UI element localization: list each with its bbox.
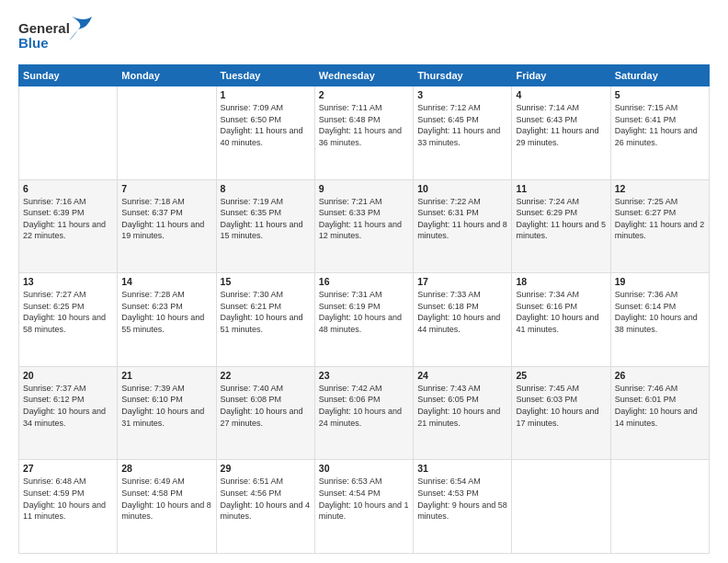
svg-text:Blue: Blue bbox=[18, 35, 49, 51]
calendar-cell: 27Sunrise: 6:48 AMSunset: 4:59 PMDayligh… bbox=[19, 460, 118, 554]
cell-sun-info: Sunrise: 7:18 AMSunset: 6:37 PMDaylight:… bbox=[121, 196, 211, 242]
cell-sun-info: Sunrise: 6:48 AMSunset: 4:59 PMDaylight:… bbox=[23, 476, 113, 522]
calendar-table: SundayMondayTuesdayWednesdayThursdayFrid… bbox=[18, 64, 710, 554]
calendar-cell: 17Sunrise: 7:33 AMSunset: 6:18 PMDayligh… bbox=[414, 273, 512, 367]
calendar-cell: 18Sunrise: 7:34 AMSunset: 6:16 PMDayligh… bbox=[512, 273, 610, 367]
calendar-cell: 3Sunrise: 7:12 AMSunset: 6:45 PMDaylight… bbox=[414, 86, 512, 180]
day-number: 23 bbox=[319, 370, 409, 381]
calendar-cell: 26Sunrise: 7:46 AMSunset: 6:01 PMDayligh… bbox=[610, 366, 709, 460]
day-number: 6 bbox=[23, 183, 113, 194]
weekday-header-row: SundayMondayTuesdayWednesdayThursdayFrid… bbox=[19, 65, 710, 86]
day-number: 31 bbox=[417, 463, 507, 474]
day-number: 26 bbox=[615, 370, 705, 381]
calendar-cell: 5Sunrise: 7:15 AMSunset: 6:41 PMDaylight… bbox=[610, 86, 709, 180]
calendar-cell: 14Sunrise: 7:28 AMSunset: 6:23 PMDayligh… bbox=[118, 273, 216, 367]
cell-sun-info: Sunrise: 6:49 AMSunset: 4:58 PMDaylight:… bbox=[121, 476, 211, 522]
cell-sun-info: Sunrise: 7:40 AMSunset: 6:08 PMDaylight:… bbox=[221, 383, 311, 429]
calendar-cell: 6Sunrise: 7:16 AMSunset: 6:39 PMDaylight… bbox=[19, 179, 118, 273]
weekday-header-friday: Friday bbox=[512, 65, 610, 86]
day-number: 8 bbox=[221, 183, 311, 194]
calendar-cell: 13Sunrise: 7:27 AMSunset: 6:25 PMDayligh… bbox=[19, 273, 118, 367]
cell-sun-info: Sunrise: 7:39 AMSunset: 6:10 PMDaylight:… bbox=[121, 383, 211, 429]
cell-sun-info: Sunrise: 7:11 AMSunset: 6:48 PMDaylight:… bbox=[319, 102, 409, 148]
svg-text:General: General bbox=[18, 20, 70, 36]
day-number: 11 bbox=[516, 183, 606, 194]
weekday-header-sunday: Sunday bbox=[19, 65, 118, 86]
day-number: 30 bbox=[319, 463, 409, 474]
calendar-cell: 22Sunrise: 7:40 AMSunset: 6:08 PMDayligh… bbox=[216, 366, 314, 460]
cell-sun-info: Sunrise: 7:14 AMSunset: 6:43 PMDaylight:… bbox=[516, 102, 606, 148]
calendar-week-row: 20Sunrise: 7:37 AMSunset: 6:12 PMDayligh… bbox=[19, 366, 710, 460]
day-number: 2 bbox=[319, 89, 409, 100]
logo: General Blue bbox=[18, 15, 101, 55]
cell-sun-info: Sunrise: 7:22 AMSunset: 6:31 PMDaylight:… bbox=[417, 196, 507, 242]
day-number: 5 bbox=[615, 89, 705, 100]
calendar-cell bbox=[610, 460, 709, 554]
calendar-week-row: 27Sunrise: 6:48 AMSunset: 4:59 PMDayligh… bbox=[19, 460, 710, 554]
day-number: 24 bbox=[417, 370, 507, 381]
calendar-cell: 10Sunrise: 7:22 AMSunset: 6:31 PMDayligh… bbox=[414, 179, 512, 273]
day-number: 27 bbox=[23, 463, 113, 474]
cell-sun-info: Sunrise: 7:42 AMSunset: 6:06 PMDaylight:… bbox=[319, 383, 409, 429]
weekday-header-thursday: Thursday bbox=[414, 65, 512, 86]
cell-sun-info: Sunrise: 7:24 AMSunset: 6:29 PMDaylight:… bbox=[516, 196, 606, 242]
calendar-cell: 21Sunrise: 7:39 AMSunset: 6:10 PMDayligh… bbox=[118, 366, 216, 460]
cell-sun-info: Sunrise: 7:15 AMSunset: 6:41 PMDaylight:… bbox=[615, 102, 705, 148]
cell-sun-info: Sunrise: 7:34 AMSunset: 6:16 PMDaylight:… bbox=[516, 289, 606, 335]
calendar-cell: 8Sunrise: 7:19 AMSunset: 6:35 PMDaylight… bbox=[216, 179, 314, 273]
day-number: 15 bbox=[221, 276, 311, 287]
calendar-cell: 30Sunrise: 6:53 AMSunset: 4:54 PMDayligh… bbox=[314, 460, 413, 554]
calendar-week-row: 6Sunrise: 7:16 AMSunset: 6:39 PMDaylight… bbox=[19, 179, 710, 273]
calendar-cell: 23Sunrise: 7:42 AMSunset: 6:06 PMDayligh… bbox=[314, 366, 413, 460]
calendar-cell: 25Sunrise: 7:45 AMSunset: 6:03 PMDayligh… bbox=[512, 366, 610, 460]
cell-sun-info: Sunrise: 7:45 AMSunset: 6:03 PMDaylight:… bbox=[516, 383, 606, 429]
cell-sun-info: Sunrise: 7:43 AMSunset: 6:05 PMDaylight:… bbox=[417, 383, 507, 429]
calendar-cell: 20Sunrise: 7:37 AMSunset: 6:12 PMDayligh… bbox=[19, 366, 118, 460]
weekday-header-tuesday: Tuesday bbox=[216, 65, 314, 86]
day-number: 29 bbox=[221, 463, 311, 474]
cell-sun-info: Sunrise: 7:16 AMSunset: 6:39 PMDaylight:… bbox=[23, 196, 113, 242]
cell-sun-info: Sunrise: 6:54 AMSunset: 4:53 PMDaylight:… bbox=[417, 476, 507, 522]
day-number: 1 bbox=[221, 89, 311, 100]
cell-sun-info: Sunrise: 6:53 AMSunset: 4:54 PMDaylight:… bbox=[319, 476, 409, 522]
day-number: 17 bbox=[417, 276, 507, 287]
cell-sun-info: Sunrise: 7:28 AMSunset: 6:23 PMDaylight:… bbox=[121, 289, 211, 335]
day-number: 12 bbox=[615, 183, 705, 194]
cell-sun-info: Sunrise: 7:37 AMSunset: 6:12 PMDaylight:… bbox=[23, 383, 113, 429]
day-number: 14 bbox=[121, 276, 211, 287]
calendar-cell: 19Sunrise: 7:36 AMSunset: 6:14 PMDayligh… bbox=[610, 273, 709, 367]
cell-sun-info: Sunrise: 6:51 AMSunset: 4:56 PMDaylight:… bbox=[221, 476, 311, 522]
day-number: 9 bbox=[319, 183, 409, 194]
calendar-cell bbox=[19, 86, 118, 180]
cell-sun-info: Sunrise: 7:46 AMSunset: 6:01 PMDaylight:… bbox=[615, 383, 705, 429]
day-number: 18 bbox=[516, 276, 606, 287]
calendar-cell: 29Sunrise: 6:51 AMSunset: 4:56 PMDayligh… bbox=[216, 460, 314, 554]
cell-sun-info: Sunrise: 7:27 AMSunset: 6:25 PMDaylight:… bbox=[23, 289, 113, 335]
cell-sun-info: Sunrise: 7:12 AMSunset: 6:45 PMDaylight:… bbox=[417, 102, 507, 148]
day-number: 21 bbox=[121, 370, 211, 381]
calendar-cell: 15Sunrise: 7:30 AMSunset: 6:21 PMDayligh… bbox=[216, 273, 314, 367]
cell-sun-info: Sunrise: 7:33 AMSunset: 6:18 PMDaylight:… bbox=[417, 289, 507, 335]
calendar-cell: 4Sunrise: 7:14 AMSunset: 6:43 PMDaylight… bbox=[512, 86, 610, 180]
calendar-cell: 31Sunrise: 6:54 AMSunset: 4:53 PMDayligh… bbox=[414, 460, 512, 554]
calendar-cell: 11Sunrise: 7:24 AMSunset: 6:29 PMDayligh… bbox=[512, 179, 610, 273]
calendar-week-row: 1Sunrise: 7:09 AMSunset: 6:50 PMDaylight… bbox=[19, 86, 710, 180]
day-number: 16 bbox=[319, 276, 409, 287]
calendar-cell: 2Sunrise: 7:11 AMSunset: 6:48 PMDaylight… bbox=[314, 86, 413, 180]
cell-sun-info: Sunrise: 7:25 AMSunset: 6:27 PMDaylight:… bbox=[615, 196, 705, 242]
calendar-cell: 9Sunrise: 7:21 AMSunset: 6:33 PMDaylight… bbox=[314, 179, 413, 273]
calendar-cell: 16Sunrise: 7:31 AMSunset: 6:19 PMDayligh… bbox=[314, 273, 413, 367]
cell-sun-info: Sunrise: 7:09 AMSunset: 6:50 PMDaylight:… bbox=[221, 102, 311, 148]
day-number: 20 bbox=[23, 370, 113, 381]
calendar-cell: 12Sunrise: 7:25 AMSunset: 6:27 PMDayligh… bbox=[610, 179, 709, 273]
day-number: 19 bbox=[615, 276, 705, 287]
cell-sun-info: Sunrise: 7:19 AMSunset: 6:35 PMDaylight:… bbox=[221, 196, 311, 242]
day-number: 13 bbox=[23, 276, 113, 287]
day-number: 3 bbox=[417, 89, 507, 100]
day-number: 4 bbox=[516, 89, 606, 100]
day-number: 7 bbox=[121, 183, 211, 194]
calendar-week-row: 13Sunrise: 7:27 AMSunset: 6:25 PMDayligh… bbox=[19, 273, 710, 367]
calendar-cell: 7Sunrise: 7:18 AMSunset: 6:37 PMDaylight… bbox=[118, 179, 216, 273]
weekday-header-saturday: Saturday bbox=[610, 65, 709, 86]
day-number: 28 bbox=[121, 463, 211, 474]
